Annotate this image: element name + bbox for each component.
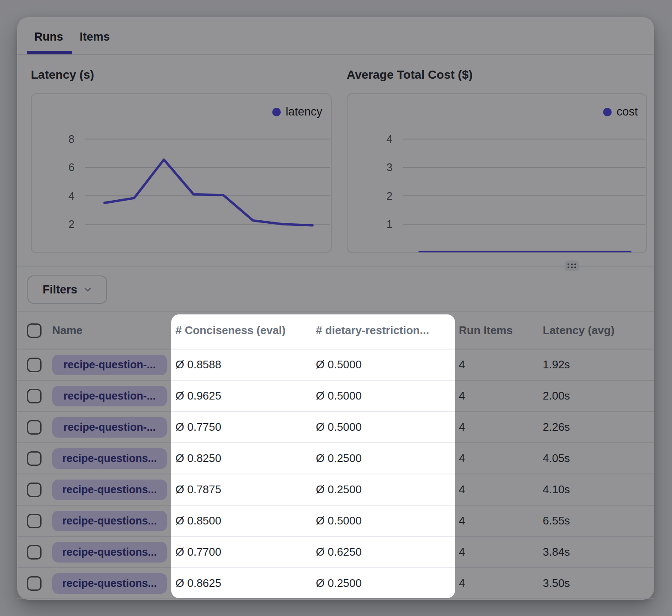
run-name-badge[interactable]: recipe-questions...	[52, 448, 167, 469]
run-name-badge[interactable]: recipe-question-...	[52, 417, 167, 438]
conciseness-score-cell: Ø 0.8625	[175, 568, 221, 598]
table-row[interactable]: recipe-questions... Ø 0.7700 Ø 0.6250 4 …	[17, 537, 654, 568]
dietary-restriction-score-cell: Ø 0.2500	[316, 474, 362, 505]
svg-text:8: 8	[68, 133, 74, 145]
runs-table: Name # Conciseness (eval) # dietary-rest…	[17, 311, 654, 599]
svg-text:2: 2	[387, 190, 392, 202]
run-name-badge[interactable]: recipe-questions...	[52, 511, 167, 531]
filters-button-label: Filters	[42, 283, 77, 296]
column-header-name: Name	[52, 312, 83, 349]
latency-avg-cell: 2.00s	[543, 381, 570, 411]
table-row[interactable]: recipe-questions... Ø 0.8500 Ø 0.5000 4 …	[17, 506, 654, 537]
cost-line-plot: 4321	[348, 94, 646, 252]
table-row[interactable]: recipe-questions... Ø 0.8250 Ø 0.2500 4 …	[17, 443, 654, 474]
conciseness-score-cell: Ø 0.7750	[175, 412, 221, 442]
active-tab-indicator	[27, 51, 72, 54]
run-items-cell: 4	[459, 568, 465, 598]
svg-text:4: 4	[68, 190, 74, 202]
table-row[interactable]: recipe-questions... Ø 0.7875 Ø 0.2500 4 …	[17, 474, 654, 506]
conciseness-score-cell: Ø 0.8250	[175, 443, 221, 474]
runs-panel-card: Runs Items Latency (s) Average Total Cos…	[17, 17, 654, 600]
run-items-cell: 4	[459, 537, 465, 567]
table-row[interactable]: recipe-question-... Ø 0.9625 Ø 0.5000 4 …	[17, 381, 654, 412]
conciseness-score-cell: Ø 0.8588	[175, 349, 221, 380]
latency-avg-cell: 1.92s	[543, 349, 570, 380]
column-header-dietary-restriction: # dietary-restriction...	[316, 312, 429, 349]
run-items-cell: 4	[459, 412, 465, 442]
run-items-cell: 4	[459, 474, 465, 505]
row-checkbox[interactable]	[27, 389, 42, 403]
latency-avg-cell: 4.10s	[543, 474, 570, 505]
dietary-restriction-score-cell: Ø 0.5000	[316, 506, 362, 536]
run-items-cell: 4	[459, 443, 465, 474]
column-header-conciseness: # Conciseness (eval)	[175, 312, 285, 349]
table-row[interactable]: recipe-question-... Ø 0.7750 Ø 0.5000 4 …	[17, 412, 654, 443]
table-row[interactable]: recipe-questions... Ø 0.8625 Ø 0.2500 4 …	[17, 568, 654, 599]
run-name-badge[interactable]: recipe-question-...	[52, 355, 167, 375]
latency-avg-cell: 2.26s	[543, 412, 570, 442]
cost-chart: 4321 cost	[347, 93, 647, 253]
conciseness-score-cell: Ø 0.9625	[175, 381, 221, 411]
run-items-cell: 4	[459, 506, 465, 536]
grip-dots-icon	[568, 264, 576, 268]
svg-text:4: 4	[387, 133, 392, 145]
run-name-badge[interactable]: recipe-questions...	[52, 542, 167, 563]
dietary-restriction-score-cell: Ø 0.5000	[316, 381, 362, 411]
latency-avg-cell: 4.05s	[543, 443, 570, 474]
latency-avg-cell: 3.84s	[543, 537, 570, 567]
column-header-latency-avg: Latency (avg)	[543, 312, 615, 349]
row-checkbox[interactable]	[27, 451, 42, 466]
tab-runs[interactable]: Runs	[34, 30, 63, 44]
table-header-row: Name # Conciseness (eval) # dietary-rest…	[17, 312, 654, 349]
latency-chart-title: Latency (s)	[31, 68, 94, 82]
run-items-cell: 4	[459, 381, 465, 411]
svg-text:6: 6	[68, 161, 74, 173]
table-body: recipe-question-... Ø 0.8588 Ø 0.5000 4 …	[17, 349, 654, 599]
latency-avg-cell: 3.50s	[543, 568, 570, 598]
latency-legend-dot-icon	[272, 108, 281, 116]
latency-chart: 8642 latency	[31, 93, 332, 253]
row-checkbox[interactable]	[27, 576, 42, 591]
cost-legend-label: cost	[616, 105, 638, 118]
row-checkbox[interactable]	[27, 483, 42, 497]
dietary-restriction-score-cell: Ø 0.6250	[316, 537, 362, 567]
svg-text:3: 3	[387, 161, 392, 173]
page-background: Runs Items Latency (s) Average Total Cos…	[0, 0, 672, 616]
latency-avg-cell: 6.55s	[543, 506, 570, 536]
cost-legend-dot-icon	[603, 108, 612, 116]
resize-grip-handle[interactable]	[565, 261, 579, 271]
dietary-restriction-score-cell: Ø 0.5000	[316, 349, 362, 380]
tab-bar: Runs Items	[17, 17, 654, 55]
dietary-restriction-score-cell: Ø 0.5000	[316, 412, 362, 442]
tab-items[interactable]: Items	[80, 30, 110, 44]
column-header-run-items: Run Items	[459, 312, 513, 349]
latency-legend: latency	[272, 105, 322, 118]
svg-text:2: 2	[68, 218, 74, 230]
dietary-restriction-score-cell: Ø 0.2500	[316, 443, 362, 474]
conciseness-score-cell: Ø 0.7875	[175, 474, 221, 505]
run-name-badge[interactable]: recipe-questions...	[52, 480, 167, 500]
run-name-badge[interactable]: recipe-question-...	[52, 386, 167, 406]
charts-table-divider	[17, 266, 654, 267]
chevron-down-icon	[83, 285, 92, 294]
filters-button[interactable]: Filters	[27, 275, 107, 304]
svg-text:1: 1	[387, 218, 392, 230]
row-checkbox[interactable]	[27, 545, 42, 560]
conciseness-score-cell: Ø 0.8500	[175, 506, 221, 536]
row-checkbox[interactable]	[27, 514, 42, 528]
table-row[interactable]: recipe-question-... Ø 0.8588 Ø 0.5000 4 …	[17, 349, 654, 381]
dietary-restriction-score-cell: Ø 0.2500	[316, 568, 362, 598]
row-checkbox[interactable]	[27, 420, 42, 435]
row-checkbox[interactable]	[27, 358, 42, 372]
latency-legend-label: latency	[285, 105, 322, 118]
run-name-badge[interactable]: recipe-questions...	[52, 573, 167, 594]
cost-chart-title: Average Total Cost ($)	[347, 68, 473, 82]
run-items-cell: 4	[459, 349, 465, 380]
conciseness-score-cell: Ø 0.7700	[175, 537, 221, 567]
cost-legend: cost	[603, 105, 638, 118]
select-all-checkbox[interactable]	[27, 323, 42, 338]
